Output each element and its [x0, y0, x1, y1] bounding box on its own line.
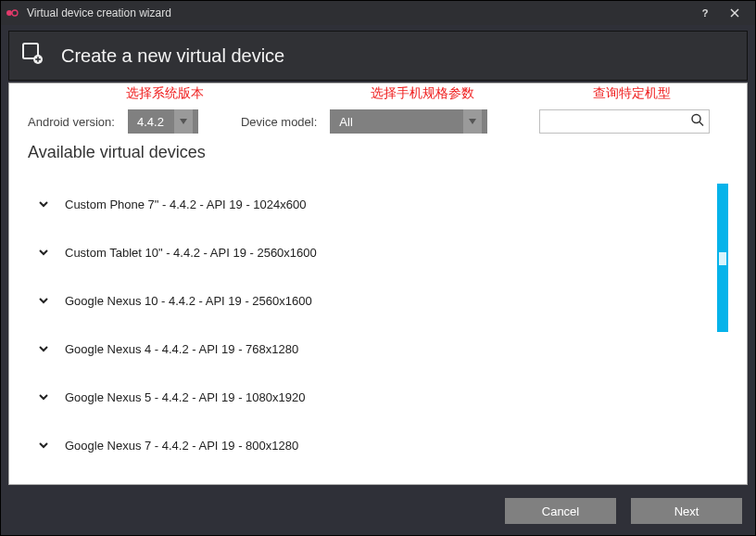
device-row[interactable]: Custom Tablet 10" - 4.4.2 - API 19 - 256… [28, 228, 712, 276]
cancel-button[interactable]: Cancel [505, 498, 616, 524]
header-title: Create a new virtual device [61, 45, 284, 67]
cancel-label: Cancel [542, 504, 579, 518]
annotations-row: 选择系统版本 选择手机规格参数 查询特定机型 [9, 85, 747, 102]
next-label: Next [674, 504, 699, 518]
svg-text:?: ? [702, 7, 709, 19]
chevron-down-icon [37, 294, 50, 307]
chevron-down-icon [174, 109, 193, 134]
search-input[interactable] [540, 110, 709, 133]
svg-line-10 [699, 122, 703, 126]
device-row-label: Google Nexus 5 - 4.4.2 - API 19 - 1080x1… [65, 390, 305, 404]
scrollbar[interactable] [717, 184, 728, 332]
search-icon [690, 113, 705, 131]
annot-version: 选择系统版本 [126, 85, 204, 102]
svg-point-9 [692, 115, 700, 123]
version-label: Android version: [28, 115, 115, 129]
device-row-label: Google Nexus 10 - 4.4.2 - API 19 - 2560x… [65, 294, 312, 308]
model-label: Device model: [241, 115, 317, 129]
device-row[interactable]: Google Nexus 7 - 4.4.2 - API 19 - 800x12… [28, 421, 712, 458]
device-list-inner: Custom Phone 7" - 4.4.2 - API 19 - 1024x… [28, 180, 712, 458]
version-value: 4.4.2 [137, 115, 164, 129]
next-button[interactable]: Next [631, 498, 742, 524]
app-logo-icon [6, 6, 19, 19]
device-list: Custom Phone 7" - 4.4.2 - API 19 - 1024x… [28, 180, 728, 458]
chevron-down-icon [37, 342, 50, 355]
chevron-down-icon [37, 439, 50, 452]
content-card: 选择系统版本 选择手机规格参数 查询特定机型 Android version: … [8, 83, 748, 485]
device-row[interactable]: Google Nexus 4 - 4.4.2 - API 19 - 768x12… [28, 325, 712, 373]
filter-row: Android version: 4.4.2 Device model: All [9, 102, 747, 143]
titlebar: Virtual device creation wizard ? [1, 1, 755, 25]
close-button[interactable] [720, 1, 750, 25]
svg-point-1 [12, 10, 18, 16]
annot-search: 查询特定机型 [593, 85, 671, 102]
device-row-label: Google Nexus 4 - 4.4.2 - API 19 - 768x12… [65, 342, 298, 356]
device-row[interactable]: Custom Phone 7" - 4.4.2 - API 19 - 1024x… [28, 180, 712, 228]
search-box[interactable] [539, 109, 710, 134]
wizard-window: Virtual device creation wizard ? Create … [0, 0, 756, 536]
chevron-down-icon [37, 198, 50, 211]
device-row-label: Custom Phone 7" - 4.4.2 - API 19 - 1024x… [65, 198, 306, 211]
svg-point-0 [6, 10, 12, 16]
device-row[interactable]: Google Nexus 10 - 4.4.2 - API 19 - 2560x… [28, 276, 712, 325]
device-row-label: Google Nexus 7 - 4.4.2 - API 19 - 800x12… [65, 439, 298, 453]
create-device-icon [20, 42, 44, 70]
window-title: Virtual device creation wizard [27, 6, 171, 19]
chevron-down-icon [37, 246, 50, 259]
annot-model: 选择手机规格参数 [371, 85, 474, 102]
model-select[interactable]: All [330, 109, 487, 134]
footer-buttons: Cancel Next [505, 498, 742, 524]
list-heading: Available virtual devices [9, 143, 747, 168]
device-row[interactable]: Google Nexus 5 - 4.4.2 - API 19 - 1080x1… [28, 373, 712, 421]
device-row-label: Custom Tablet 10" - 4.4.2 - API 19 - 256… [65, 246, 317, 260]
chevron-down-icon [463, 109, 482, 134]
help-button[interactable]: ? [690, 1, 720, 25]
version-select[interactable]: 4.4.2 [128, 109, 198, 134]
scrollbar-thumb[interactable] [719, 252, 726, 265]
model-value: All [339, 115, 463, 129]
chevron-down-icon [37, 390, 50, 403]
header-band: Create a new virtual device [8, 31, 748, 81]
